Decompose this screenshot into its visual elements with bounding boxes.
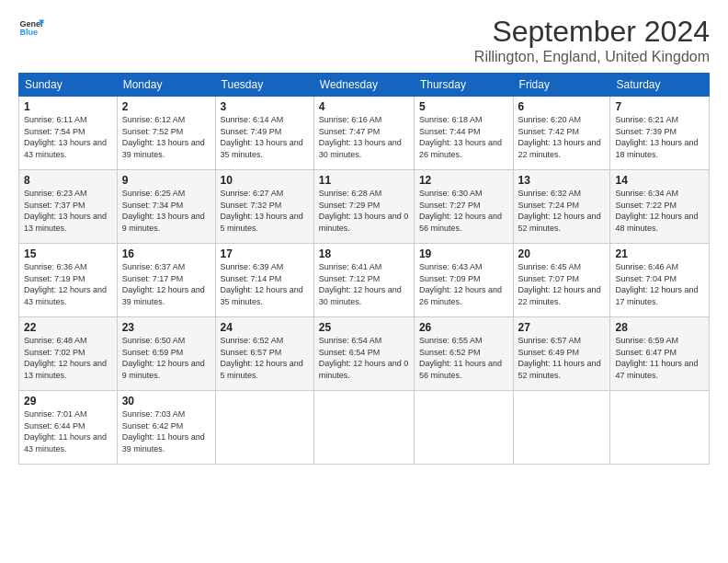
- day-info: Sunrise: 7:03 AMSunset: 6:42 PMDaylight:…: [122, 409, 205, 454]
- calendar-week-row: 15 Sunrise: 6:36 AMSunset: 7:19 PMDaylig…: [19, 244, 710, 317]
- day-number: 3: [221, 100, 309, 113]
- day-number: 26: [419, 321, 508, 334]
- day-info: Sunrise: 6:55 AMSunset: 6:52 PMDaylight:…: [419, 336, 502, 380]
- calendar-day-cell: 29 Sunrise: 7:01 AMSunset: 6:44 PMDaylig…: [19, 391, 118, 465]
- day-number: 14: [615, 174, 704, 187]
- header-friday: Friday: [513, 74, 610, 97]
- day-info: Sunrise: 6:14 AMSunset: 7:49 PMDaylight:…: [221, 115, 303, 159]
- day-info: Sunrise: 6:54 AMSunset: 6:54 PMDaylight:…: [319, 336, 409, 380]
- empty-cell: [215, 391, 313, 465]
- calendar-week-row: 29 Sunrise: 7:01 AMSunset: 6:44 PMDaylig…: [19, 391, 710, 465]
- day-info: Sunrise: 6:11 AMSunset: 7:54 PMDaylight:…: [24, 115, 107, 159]
- day-info: Sunrise: 6:27 AMSunset: 7:32 PMDaylight:…: [221, 189, 303, 233]
- header-sunday: Sunday: [19, 74, 118, 97]
- day-info: Sunrise: 6:20 AMSunset: 7:42 PMDaylight:…: [518, 115, 601, 159]
- header: General Blue September 2024 Rillington, …: [18, 15, 710, 65]
- calendar-day-cell: 26 Sunrise: 6:55 AMSunset: 6:52 PMDaylig…: [414, 317, 513, 391]
- day-info: Sunrise: 6:50 AMSunset: 6:59 PMDaylight:…: [122, 336, 205, 380]
- day-info: Sunrise: 6:59 AMSunset: 6:47 PMDaylight:…: [615, 336, 698, 380]
- empty-cell: [313, 391, 414, 465]
- day-number: 13: [518, 174, 606, 187]
- day-number: 23: [122, 321, 210, 334]
- calendar-week-row: 22 Sunrise: 6:48 AMSunset: 7:02 PMDaylig…: [19, 317, 710, 391]
- day-number: 17: [221, 247, 309, 260]
- calendar-day-cell: 16 Sunrise: 6:37 AMSunset: 7:17 PMDaylig…: [117, 244, 215, 317]
- calendar-day-cell: 9 Sunrise: 6:25 AMSunset: 7:34 PMDayligh…: [117, 170, 215, 244]
- header-monday: Monday: [117, 74, 215, 97]
- day-info: Sunrise: 6:34 AMSunset: 7:22 PMDaylight:…: [615, 189, 698, 233]
- day-number: 5: [419, 100, 508, 113]
- location-title: Rillington, England, United Kingdom: [474, 49, 710, 65]
- day-number: 12: [419, 174, 508, 187]
- header-tuesday: Tuesday: [215, 74, 313, 97]
- calendar-day-cell: 17 Sunrise: 6:39 AMSunset: 7:14 PMDaylig…: [215, 244, 313, 317]
- day-info: Sunrise: 6:57 AMSunset: 6:49 PMDaylight:…: [518, 336, 601, 380]
- calendar-day-cell: 3 Sunrise: 6:14 AMSunset: 7:49 PMDayligh…: [215, 97, 313, 170]
- day-info: Sunrise: 6:21 AMSunset: 7:39 PMDaylight:…: [615, 115, 698, 159]
- day-number: 15: [24, 247, 112, 260]
- header-thursday: Thursday: [414, 74, 513, 97]
- empty-cell: [414, 391, 513, 465]
- calendar-day-cell: 8 Sunrise: 6:23 AMSunset: 7:37 PMDayligh…: [19, 170, 118, 244]
- day-number: 29: [24, 395, 112, 408]
- day-info: Sunrise: 6:23 AMSunset: 7:37 PMDaylight:…: [24, 189, 107, 233]
- day-info: Sunrise: 6:41 AMSunset: 7:12 PMDaylight:…: [319, 262, 402, 306]
- day-info: Sunrise: 6:16 AMSunset: 7:47 PMDaylight:…: [319, 115, 402, 159]
- calendar-day-cell: 10 Sunrise: 6:27 AMSunset: 7:32 PMDaylig…: [215, 170, 313, 244]
- day-info: Sunrise: 6:12 AMSunset: 7:52 PMDaylight:…: [122, 115, 205, 159]
- day-info: Sunrise: 7:01 AMSunset: 6:44 PMDaylight:…: [24, 409, 107, 454]
- day-info: Sunrise: 6:30 AMSunset: 7:27 PMDaylight:…: [419, 189, 502, 233]
- calendar-day-cell: 25 Sunrise: 6:54 AMSunset: 6:54 PMDaylig…: [313, 317, 414, 391]
- calendar-day-cell: 22 Sunrise: 6:48 AMSunset: 7:02 PMDaylig…: [19, 317, 118, 391]
- calendar-day-cell: 5 Sunrise: 6:18 AMSunset: 7:44 PMDayligh…: [414, 97, 513, 170]
- calendar-day-cell: 28 Sunrise: 6:59 AMSunset: 6:47 PMDaylig…: [610, 317, 710, 391]
- month-title: September 2024: [474, 15, 710, 49]
- calendar-day-cell: 19 Sunrise: 6:43 AMSunset: 7:09 PMDaylig…: [414, 244, 513, 317]
- empty-cell: [513, 391, 610, 465]
- day-number: 18: [319, 247, 409, 260]
- calendar-day-cell: 11 Sunrise: 6:28 AMSunset: 7:29 PMDaylig…: [313, 170, 414, 244]
- calendar-day-cell: 23 Sunrise: 6:50 AMSunset: 6:59 PMDaylig…: [117, 317, 215, 391]
- calendar-day-cell: 20 Sunrise: 6:45 AMSunset: 7:07 PMDaylig…: [513, 244, 610, 317]
- header-saturday: Saturday: [610, 74, 710, 97]
- day-info: Sunrise: 6:46 AMSunset: 7:04 PMDaylight:…: [615, 262, 698, 306]
- svg-text:Blue: Blue: [19, 28, 38, 37]
- calendar-day-cell: 27 Sunrise: 6:57 AMSunset: 6:49 PMDaylig…: [513, 317, 610, 391]
- calendar-day-cell: 12 Sunrise: 6:30 AMSunset: 7:27 PMDaylig…: [414, 170, 513, 244]
- calendar-day-cell: 24 Sunrise: 6:52 AMSunset: 6:57 PMDaylig…: [215, 317, 313, 391]
- day-number: 24: [221, 321, 309, 334]
- calendar-day-cell: 4 Sunrise: 6:16 AMSunset: 7:47 PMDayligh…: [313, 97, 414, 170]
- logo-icon: General Blue: [18, 15, 44, 40]
- day-number: 6: [518, 100, 606, 113]
- page: General Blue September 2024 Rillington, …: [0, 0, 728, 563]
- empty-cell: [610, 391, 710, 465]
- day-info: Sunrise: 6:48 AMSunset: 7:02 PMDaylight:…: [24, 336, 107, 380]
- day-number: 19: [419, 247, 508, 260]
- day-number: 7: [615, 100, 704, 113]
- day-info: Sunrise: 6:37 AMSunset: 7:17 PMDaylight:…: [122, 262, 205, 306]
- calendar-day-cell: 1 Sunrise: 6:11 AMSunset: 7:54 PMDayligh…: [19, 97, 118, 170]
- day-number: 2: [122, 100, 210, 113]
- day-number: 21: [615, 247, 704, 260]
- calendar-header-row: Sunday Monday Tuesday Wednesday Thursday…: [19, 74, 710, 97]
- calendar-day-cell: 7 Sunrise: 6:21 AMSunset: 7:39 PMDayligh…: [610, 97, 710, 170]
- day-number: 8: [24, 174, 112, 187]
- calendar-day-cell: 13 Sunrise: 6:32 AMSunset: 7:24 PMDaylig…: [513, 170, 610, 244]
- day-info: Sunrise: 6:25 AMSunset: 7:34 PMDaylight:…: [122, 189, 205, 233]
- day-info: Sunrise: 6:32 AMSunset: 7:24 PMDaylight:…: [518, 189, 601, 233]
- day-number: 30: [122, 395, 210, 408]
- day-number: 28: [615, 321, 704, 334]
- day-number: 9: [122, 174, 210, 187]
- day-number: 20: [518, 247, 606, 260]
- day-info: Sunrise: 6:28 AMSunset: 7:29 PMDaylight:…: [319, 189, 409, 233]
- calendar-day-cell: 21 Sunrise: 6:46 AMSunset: 7:04 PMDaylig…: [610, 244, 710, 317]
- day-number: 4: [319, 100, 409, 113]
- day-number: 10: [221, 174, 309, 187]
- day-number: 25: [319, 321, 409, 334]
- calendar-day-cell: 14 Sunrise: 6:34 AMSunset: 7:22 PMDaylig…: [610, 170, 710, 244]
- calendar-table: Sunday Monday Tuesday Wednesday Thursday…: [18, 73, 710, 465]
- day-number: 11: [319, 174, 409, 187]
- day-info: Sunrise: 6:18 AMSunset: 7:44 PMDaylight:…: [419, 115, 502, 159]
- day-info: Sunrise: 6:39 AMSunset: 7:14 PMDaylight:…: [221, 262, 303, 306]
- day-number: 27: [518, 321, 606, 334]
